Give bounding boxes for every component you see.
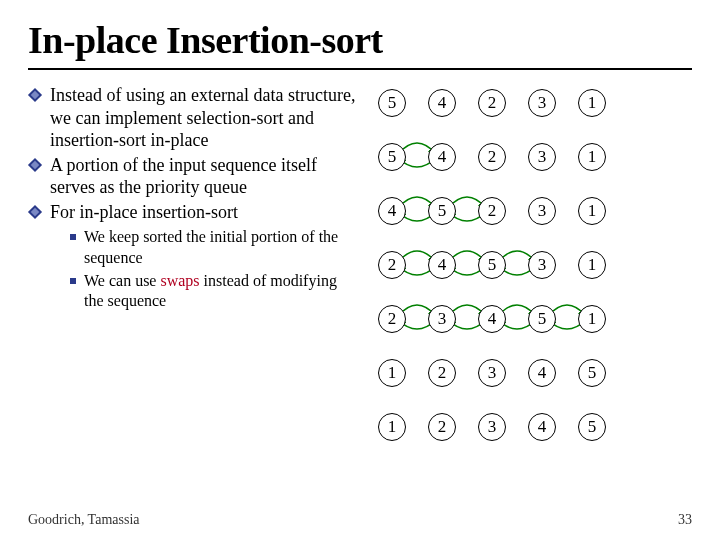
sort-value-circle: 1 [578, 89, 606, 117]
sort-value-circle: 5 [378, 89, 406, 117]
bullet-text: For in-place insertion-sort [50, 202, 238, 222]
sort-value-circle: 4 [428, 251, 456, 279]
sort-step-row: 54231 [378, 88, 692, 118]
divider [28, 68, 692, 70]
sort-value-circle: 5 [378, 143, 406, 171]
sort-value-circle: 4 [428, 143, 456, 171]
sort-step-row: 12345 [378, 412, 692, 442]
sort-steps: 54231542314523124531234511234512345 [378, 88, 692, 442]
sort-value-circle: 3 [428, 305, 456, 333]
bullet-item: A portion of the input sequence itself s… [28, 154, 358, 199]
sort-value-circle: 3 [478, 413, 506, 441]
sort-step-row: 12345 [378, 358, 692, 388]
sort-value-circle: 4 [428, 89, 456, 117]
sort-value-circle: 3 [528, 197, 556, 225]
page-number: 33 [678, 512, 692, 528]
sort-step-row: 45231 [378, 196, 692, 226]
content-area: Instead of using an external data struct… [28, 84, 692, 442]
sort-value-circle: 5 [528, 305, 556, 333]
sub-text: We can use [84, 272, 160, 289]
sort-value-circle: 5 [578, 413, 606, 441]
sort-step-row: 54231 [378, 142, 692, 172]
sort-step-row: 23451 [378, 304, 692, 334]
sort-value-circle: 3 [478, 359, 506, 387]
sort-value-circle: 2 [478, 143, 506, 171]
sort-value-circle: 3 [528, 89, 556, 117]
sort-value-circle: 4 [478, 305, 506, 333]
sort-value-circle: 1 [378, 413, 406, 441]
sort-value-circle: 2 [428, 359, 456, 387]
sub-bullet-list: We keep sorted the initial portion of th… [50, 227, 358, 312]
bullet-item: Instead of using an external data struct… [28, 84, 358, 152]
highlight-swaps: swaps [160, 272, 199, 289]
sort-value-circle: 1 [578, 251, 606, 279]
sort-value-circle: 1 [578, 197, 606, 225]
footer-author: Goodrich, Tamassia [28, 512, 140, 528]
sort-value-circle: 1 [578, 143, 606, 171]
bullet-item: For in-place insertion-sort We keep sort… [28, 201, 358, 313]
sort-value-circle: 4 [378, 197, 406, 225]
sort-value-circle: 2 [478, 197, 506, 225]
sort-value-circle: 5 [578, 359, 606, 387]
page-title: In-place Insertion-sort [28, 18, 692, 62]
sort-value-circle: 5 [478, 251, 506, 279]
sort-value-circle: 4 [528, 413, 556, 441]
sort-value-circle: 2 [378, 305, 406, 333]
sort-value-circle: 5 [428, 197, 456, 225]
sort-value-circle: 2 [478, 89, 506, 117]
sort-value-circle: 2 [378, 251, 406, 279]
sort-value-circle: 1 [578, 305, 606, 333]
sort-value-circle: 4 [528, 359, 556, 387]
sort-value-circle: 3 [528, 251, 556, 279]
diagram-column: 54231542314523124531234511234512345 [378, 84, 692, 442]
sort-value-circle: 1 [378, 359, 406, 387]
sort-value-circle: 2 [428, 413, 456, 441]
sub-bullet-item: We can use swaps instead of modifying th… [50, 271, 358, 313]
sub-bullet-item: We keep sorted the initial portion of th… [50, 227, 358, 269]
sort-value-circle: 3 [528, 143, 556, 171]
bullet-list: Instead of using an external data struct… [28, 84, 358, 312]
text-column: Instead of using an external data struct… [28, 84, 358, 442]
sort-step-row: 24531 [378, 250, 692, 280]
